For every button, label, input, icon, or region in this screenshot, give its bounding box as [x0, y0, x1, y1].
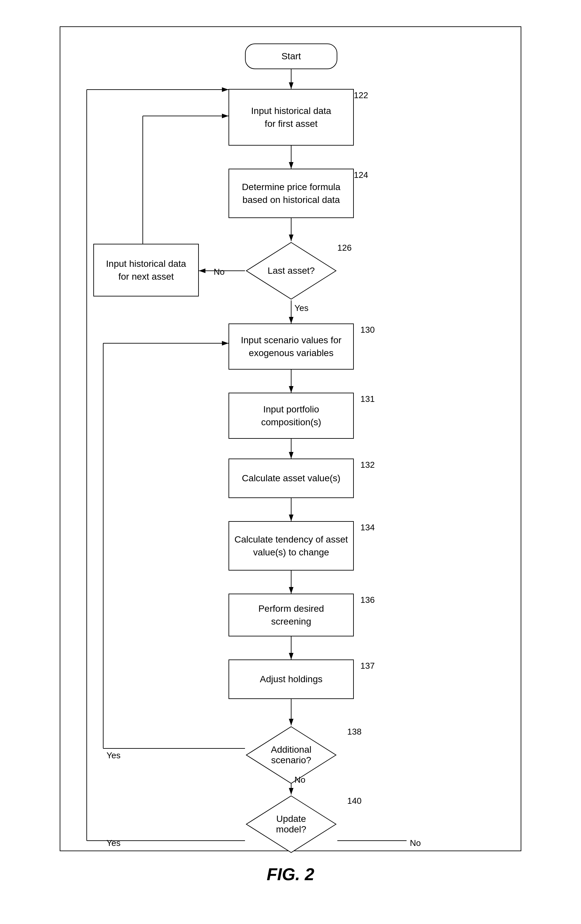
node-128: Input historical datafor next asset: [93, 244, 199, 297]
node-124-label: Determine price formulabased on historic…: [237, 178, 346, 209]
ref-130: 130: [361, 325, 374, 335]
label-yes-138: Yes: [106, 751, 120, 761]
ref-136: 136: [361, 595, 374, 605]
label-yes-126: Yes: [295, 303, 308, 313]
node-132-label: Calculate asset value(s): [237, 469, 346, 487]
node-134-label: Calculate tendency of assetvalue(s) to c…: [229, 530, 353, 561]
node-130-label: Input scenario values forexogenous varia…: [235, 331, 346, 362]
ref-140: 140: [347, 796, 361, 806]
start-label: Start: [276, 47, 306, 65]
label-yes-140: Yes: [106, 838, 120, 848]
start-node: Start: [245, 43, 337, 69]
node-140: Update model?: [245, 795, 337, 854]
ref-137: 137: [361, 661, 374, 671]
node-128-label: Input historical datafor next asset: [101, 255, 192, 285]
node-140-label: Update model?: [276, 813, 306, 834]
ref-131: 131: [361, 394, 374, 404]
node-122: Input historical datafor first asset: [228, 89, 354, 145]
node-138: Additional scenario?: [245, 725, 337, 785]
node-122-label: Input historical datafor first asset: [246, 102, 337, 133]
ref-124: 124: [354, 170, 368, 180]
node-126: Last asset?: [245, 241, 337, 300]
node-131: Input portfoliocomposition(s): [228, 393, 354, 439]
node-137: Adjust holdings: [228, 660, 354, 699]
node-124: Determine price formulabased on historic…: [228, 169, 354, 218]
label-no-140: No: [410, 838, 421, 848]
node-126-label: Last asset?: [267, 266, 315, 276]
node-136: Perform desiredscreening: [228, 594, 354, 637]
node-132: Calculate asset value(s): [228, 459, 354, 498]
node-136-label: Perform desiredscreening: [253, 599, 329, 630]
node-130: Input scenario values forexogenous varia…: [228, 323, 354, 370]
page-container: Start 122 Input historical datafor first…: [0, 0, 581, 924]
label-no-138: No: [295, 775, 305, 785]
ref-138: 138: [347, 727, 361, 737]
diagram-border: Start 122 Input historical datafor first…: [60, 26, 521, 851]
ref-132: 132: [361, 460, 374, 470]
node-137-label: Adjust holdings: [255, 670, 328, 688]
ref-126: 126: [337, 243, 351, 253]
ref-122: 122: [354, 90, 368, 101]
label-no-126: No: [214, 267, 225, 277]
ref-134: 134: [361, 523, 374, 533]
fig-caption: FIG. 2: [267, 865, 314, 884]
node-134: Calculate tendency of assetvalue(s) to c…: [228, 521, 354, 571]
node-138-label: Additional scenario?: [271, 744, 311, 765]
node-131-label: Input portfoliocomposition(s): [256, 400, 326, 431]
flowchart: Start 122 Input historical datafor first…: [60, 27, 521, 851]
